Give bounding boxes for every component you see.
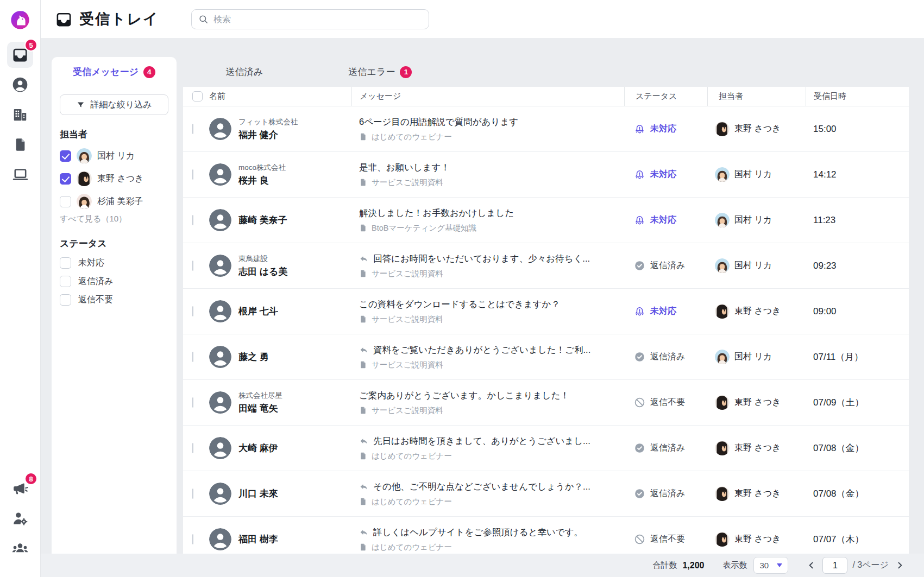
assignee-filter-higashino[interactable]: 東野 さつき (60, 167, 168, 190)
received-time: 09:23 (806, 261, 909, 271)
inbox-title-icon (55, 11, 72, 28)
table-row[interactable]: moco株式会社 桜井 良 是非、お願いします！ サービスご説明資料 未対応 国… (183, 152, 909, 198)
table-row[interactable]: 東鳥建設 志田 はる美 回答にお時間をいただいております、少々お待ちく... サ… (183, 243, 909, 289)
row-checkbox[interactable] (192, 489, 193, 499)
status-badge: 返信済み (624, 351, 707, 363)
table-row[interactable]: フィット株式会社 福井 健介 6ページ目の用語解説で質問があります はじめてのウ… (183, 106, 909, 152)
column-header-status: ステータス (624, 87, 707, 106)
tab-sent[interactable]: 送信済み (177, 57, 312, 87)
team-icon (11, 540, 29, 557)
announcements-count-badge: 8 (24, 472, 37, 485)
tab-received-messages[interactable]: 受信メッセージ 4 (52, 57, 177, 87)
status-section-heading: ステータス (60, 237, 168, 250)
checkbox-unchecked[interactable] (60, 294, 71, 306)
status-badge: 未対応 (624, 123, 707, 135)
checkbox-unchecked[interactable] (60, 196, 71, 207)
checkbox-checked[interactable] (60, 150, 71, 162)
message-preview: 資料をご覧いただきありがとうございました！ご利... (373, 344, 590, 356)
table-row[interactable]: 株式会社尽星 田端 竜矢 ご案内ありがとうございます。かしこまりました！ サービ… (183, 380, 909, 426)
status-badge: 返信不要 (624, 534, 707, 545)
status-filter-noreply[interactable]: 返信不要 (60, 290, 168, 309)
nav-announcements[interactable]: 8 (7, 475, 33, 502)
checkbox-unchecked[interactable] (60, 276, 71, 287)
assignee-name: 東野 さつき (734, 397, 781, 408)
table-row[interactable]: 根岸 七斗 この資料をダウンロードすることはできますか？ サービスご説明資料 未… (183, 289, 909, 334)
status-filter-replied[interactable]: 返信済み (60, 272, 168, 290)
assignee-name: 国村 リカ (734, 260, 772, 271)
sender-company: 株式会社尽星 (238, 391, 282, 401)
assignee-cell: 東野 さつき (707, 122, 806, 136)
assignee-name: 東野 さつき (734, 306, 781, 317)
attachment-name: サービスご説明資料 (372, 405, 443, 416)
checkbox-checked[interactable] (60, 173, 71, 185)
avatar-kunimura (715, 213, 730, 227)
nav-contacts[interactable] (7, 72, 33, 98)
left-rail: 5 (0, 0, 41, 577)
attachment-name: BtoBマーケティング基礎知識 (372, 223, 476, 233)
nav-documents[interactable] (7, 131, 33, 157)
bell-icon (634, 123, 645, 135)
message-preview: 解決しました！お手数おかけしました (359, 207, 614, 219)
reply-icon (359, 482, 369, 492)
attachment-name: はじめてのウェビナー (372, 451, 452, 461)
nav-inbox[interactable]: 5 (7, 42, 33, 68)
status-badge: 未対応 (624, 306, 707, 317)
app-logo[interactable] (9, 8, 32, 31)
search-icon (198, 14, 209, 24)
page-total-label: / 3ページ (852, 560, 889, 571)
row-checkbox[interactable] (192, 169, 193, 180)
row-checkbox[interactable] (192, 443, 193, 453)
column-header-message: メッセージ (351, 87, 624, 106)
assignee-filter-kunimura[interactable]: 国村 リカ (60, 144, 168, 167)
status-filter-pending[interactable]: 未対応 (60, 253, 168, 272)
chevron-down-icon (777, 563, 782, 567)
file-icon (359, 497, 368, 506)
next-page-button[interactable] (895, 561, 904, 570)
sender-name: 桜井 良 (238, 174, 286, 187)
advanced-filter-button[interactable]: 詳細な絞り込み (60, 94, 168, 115)
tab-bar: 受信メッセージ 4 送信済み 送信エラー 1 (52, 57, 448, 87)
row-checkbox[interactable] (192, 534, 193, 544)
received-time: 11:23 (806, 215, 909, 226)
prev-page-button[interactable] (807, 561, 816, 570)
nav-user-settings[interactable] (7, 505, 33, 531)
row-checkbox[interactable] (192, 124, 193, 134)
sender-name: 藤崎 美奈子 (238, 214, 287, 226)
file-icon (359, 360, 368, 369)
status-filter-label: 返信済み (78, 276, 113, 287)
checkbox-unchecked[interactable] (60, 257, 71, 269)
select-all-checkbox[interactable] (192, 91, 203, 102)
table-row[interactable]: 大崎 麻伊 先日はお時間を頂きまして、ありがとうございまし... はじめてのウェ… (183, 426, 909, 471)
table-row[interactable]: 福田 樹李 詳しくはヘルプサイトをご参照頂けると幸いです。 はじめてのウェビナー… (183, 517, 909, 554)
file-icon (359, 406, 368, 415)
per-page-select[interactable]: 30 (753, 557, 788, 574)
avatar-higashino (715, 122, 730, 136)
avatar-kunimura (715, 350, 730, 364)
filter-funnel-icon (76, 100, 85, 110)
search-input[interactable] (213, 15, 422, 24)
table-row[interactable]: 藤之 勇 資料をご覧いただきありがとうございました！ご利... サービスご説明資… (183, 334, 909, 380)
assignee-name: 国村 リカ (734, 214, 772, 226)
assignee-section-heading: 担当者 (60, 128, 168, 141)
check-circle-icon (634, 260, 645, 271)
attachment-name: サービスご説明資料 (372, 269, 443, 279)
nav-companies[interactable] (7, 102, 33, 128)
see-all-link[interactable]: すべて見る（10） (60, 214, 168, 224)
total-count-value: 1,200 (682, 561, 704, 570)
tab-send-errors[interactable]: 送信エラー 1 (312, 57, 448, 87)
table-row[interactable]: 川口 未來 その他、ご不明な点などございませんでしょうか？... はじめてのウェ… (183, 471, 909, 517)
row-checkbox[interactable] (192, 352, 193, 362)
inbox-count-badge: 5 (24, 39, 37, 52)
table-row[interactable]: 藤崎 美奈子 解決しました！お手数おかけしました BtoBマーケティング基礎知識… (183, 198, 909, 243)
bell-icon (634, 306, 645, 317)
nav-team[interactable] (7, 535, 33, 561)
row-checkbox[interactable] (192, 261, 193, 271)
sender-name: 福田 樹李 (238, 533, 278, 546)
page-number-input[interactable] (822, 557, 847, 574)
row-checkbox[interactable] (192, 215, 193, 225)
assignee-filter-sugiura[interactable]: 杉浦 美彩子 (60, 190, 168, 213)
row-checkbox[interactable] (192, 306, 193, 316)
nav-sites[interactable] (7, 161, 33, 187)
search-box[interactable] (191, 9, 429, 29)
row-checkbox[interactable] (192, 397, 193, 408)
